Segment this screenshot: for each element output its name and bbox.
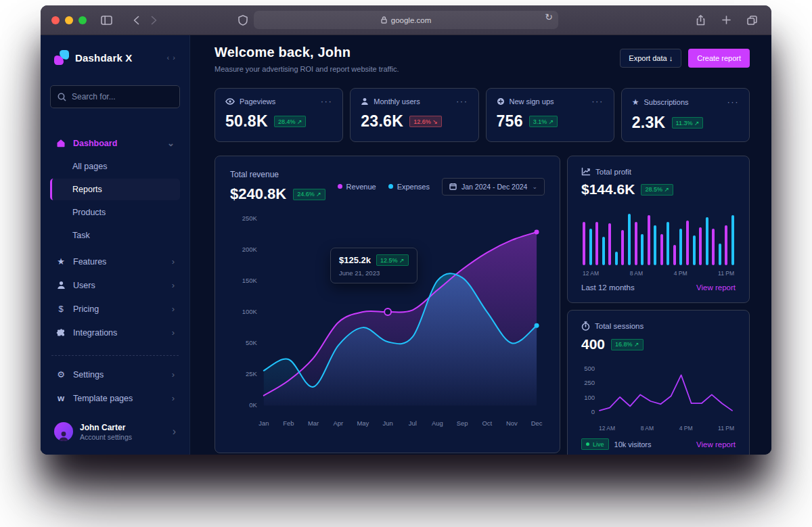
forward-button[interactable]: [145, 12, 162, 29]
sidebar-item-pricing[interactable]: $ Pricing ›: [50, 297, 180, 321]
sidebar-item-reports[interactable]: Reports: [50, 179, 180, 200]
avatar: [54, 422, 73, 441]
tooltip-value: $125.2k: [339, 255, 371, 265]
svg-text:100K: 100K: [242, 308, 258, 315]
stat-card-subscriptions: ★ Subscriptions ··· 2.3K 11.3% ↗: [621, 88, 750, 142]
minimize-window-button[interactable]: [65, 16, 73, 24]
svg-text:0K: 0K: [249, 401, 257, 409]
search-input[interactable]: [72, 92, 173, 101]
profit-bar: [602, 237, 605, 265]
stat-label: New sign ups: [510, 97, 554, 106]
tab-overview-icon[interactable]: [743, 12, 761, 29]
zoom-window-button[interactable]: [78, 16, 87, 24]
svg-text:0: 0: [591, 408, 595, 415]
svg-text:Apr: Apr: [333, 419, 343, 427]
svg-text:Jun: Jun: [382, 419, 392, 427]
browser-toolbar: google.com ↻: [41, 5, 771, 35]
close-window-button[interactable]: [51, 16, 60, 24]
svg-text:Jan: Jan: [258, 419, 269, 427]
profit-bar: [706, 217, 708, 265]
page-title: Welcome back, John: [215, 45, 399, 60]
plus-circle-icon: [497, 97, 505, 106]
profit-value: $144.6K: [581, 181, 635, 198]
profit-bar: [667, 222, 669, 265]
sidebar-item-task[interactable]: Task: [50, 225, 180, 246]
card-menu-button[interactable]: ···: [456, 99, 468, 104]
sidebar-item-features[interactable]: ★ Features ›: [50, 250, 180, 273]
chevron-right-icon: ›: [172, 256, 175, 267]
sidebar-item-all-pages[interactable]: All pages: [50, 156, 180, 177]
sidebar-toggle-icon[interactable]: [97, 12, 115, 29]
sidebar-item-label: Dashboard: [73, 139, 117, 148]
profit-bar: [595, 222, 598, 265]
share-icon[interactable]: [692, 12, 709, 29]
chevron-right-icon: ›: [172, 393, 175, 403]
svg-text:May: May: [357, 419, 369, 427]
total-revenue-card: Total revenue $240.8K 24.6% ↗ Revenue: [215, 156, 560, 453]
profit-bar-chart: [581, 214, 736, 265]
stat-value: 2.3K: [632, 114, 666, 132]
stat-card-new-sign-ups: New sign ups ··· 756 3.1% ↗: [486, 88, 614, 142]
sidebar-item-label: Integrations: [73, 328, 117, 338]
profit-view-report-link[interactable]: View report: [696, 283, 736, 292]
sidebar-item-label: Settings: [73, 370, 104, 380]
profit-bar: [725, 225, 727, 265]
download-arrow-icon: ↓: [669, 54, 673, 62]
legend-dot-revenue: [338, 184, 342, 189]
export-data-button[interactable]: Export data ↓: [620, 49, 681, 68]
card-menu-button[interactable]: ···: [727, 100, 740, 104]
stat-label: Monthly users: [374, 97, 420, 106]
stat-value: 23.6K: [361, 112, 403, 131]
refresh-icon[interactable]: ↻: [545, 12, 553, 22]
sidebar-item-settings[interactable]: ⚙ Settings ›: [50, 363, 180, 386]
back-button[interactable]: [127, 12, 145, 29]
profit-bar: [589, 229, 592, 265]
visitors-count: 10k visitors: [614, 440, 652, 449]
sidebar-collapse-icon[interactable]: ‹ ›: [167, 53, 176, 62]
sidebar-divider: [51, 355, 179, 356]
trend-badge: 16.8% ↗: [611, 339, 644, 350]
profit-x-axis: 12 AM8 AM4 PM11 PM: [581, 270, 736, 277]
sidebar-item-products[interactable]: Products: [50, 202, 180, 223]
sidebar-item-dashboard[interactable]: Dashboard ⌄: [50, 131, 180, 155]
stat-card-monthly-users: Monthly users ··· 23.6K 12.6% ↘: [350, 88, 478, 142]
revenue-value: $240.8K: [230, 185, 286, 203]
create-report-button[interactable]: Create report: [688, 49, 750, 68]
total-sessions-card: Total sessions 400 16.8% ↗ 5002501000 12…: [567, 310, 750, 455]
total-profit-card: Total profit $144.6K 28.5% ↗ 12 AM8 AM4 …: [567, 156, 750, 303]
sidebar-item-users[interactable]: Users ›: [50, 273, 180, 297]
profit-title: Total profit: [595, 168, 631, 176]
sidebar-item-template-pages[interactable]: w Template pages ›: [50, 386, 180, 410]
lock-icon: [381, 16, 387, 24]
profit-bar: [654, 225, 656, 265]
browser-window: google.com ↻ Dashdark X ‹ ›: [41, 5, 771, 455]
search-icon: [58, 93, 66, 101]
privacy-shield-icon[interactable]: [234, 12, 252, 29]
chevron-right-icon: ›: [172, 327, 175, 338]
live-dot-icon: [586, 442, 589, 446]
legend-revenue[interactable]: Revenue: [338, 183, 376, 191]
sessions-view-report-link[interactable]: View report: [696, 440, 736, 449]
profit-bar: [608, 223, 611, 265]
sessions-x-axis: 12 AM8 AM4 PM11 PM: [581, 425, 736, 432]
user-icon: [55, 281, 66, 290]
legend-expenses[interactable]: Expenses: [388, 183, 430, 191]
tooltip-badge: 12.5% ↗: [376, 254, 409, 266]
star-icon: ★: [632, 97, 639, 107]
sidebar-item-integrations[interactable]: Integrations ›: [50, 321, 180, 344]
sidebar-search[interactable]: [50, 85, 180, 108]
card-menu-button[interactable]: ···: [321, 99, 333, 104]
card-menu-button[interactable]: ···: [591, 99, 604, 104]
address-bar[interactable]: google.com ↻: [254, 11, 558, 29]
new-tab-icon[interactable]: [717, 12, 735, 29]
sessions-line-chart: 5002501000 12 AM8 AM4 PM11 PM: [581, 363, 736, 432]
brand-row: Dashdark X ‹ ›: [50, 46, 180, 65]
account-settings-row[interactable]: John Carter Account settings ›: [50, 417, 180, 446]
profit-bar: [621, 230, 624, 265]
date-range-select[interactable]: Jan 2024 - Dec 2024 ⌄: [442, 178, 545, 196]
profit-bar: [648, 215, 650, 265]
legend-dot-expenses: [388, 184, 393, 189]
dashdark-logo-icon: [54, 50, 69, 65]
sessions-value: 400: [581, 336, 605, 352]
puzzle-icon: [55, 328, 66, 338]
